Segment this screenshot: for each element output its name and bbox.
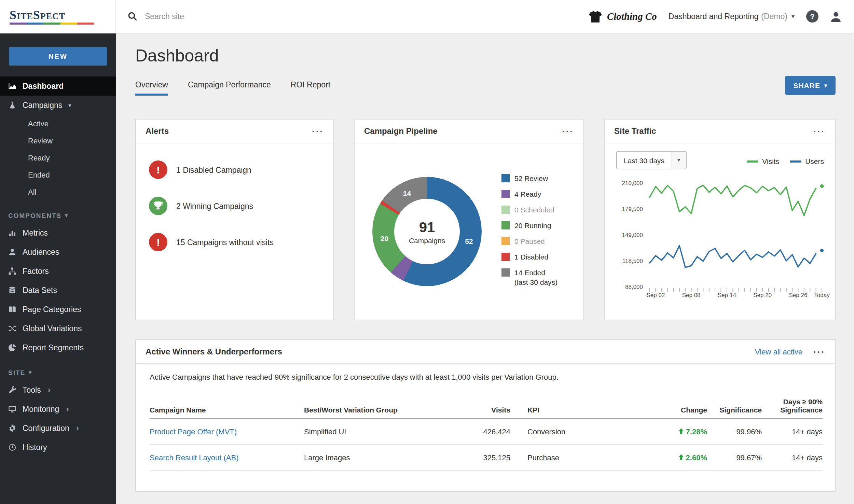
chevron-down-icon	[671, 152, 686, 169]
book-icon	[8, 305, 17, 313]
sidebar-item-active[interactable]: Active	[0, 115, 116, 132]
tab-roi-report[interactable]: ROI Report	[291, 81, 330, 96]
campaign-pipeline-card: Campaign Pipeline 91 Campaigns 522014 52…	[354, 119, 584, 320]
change-value: 7.28%	[678, 427, 707, 435]
pipeline-card-header: Campaign Pipeline	[355, 120, 583, 143]
legend-label: 14 Ended	[514, 267, 557, 278]
tab-campaign-performance[interactable]: Campaign Performance	[188, 81, 271, 96]
chevron-down-icon	[791, 13, 795, 20]
col-header-campaign-name: Campaign Name	[150, 397, 304, 418]
significance-cell: 99.96%	[707, 418, 762, 444]
brand-name: Clothing Co	[607, 11, 657, 22]
sidebar-item-label: Factors	[23, 267, 49, 275]
sidebar-item-configuration[interactable]: Configuration	[0, 419, 116, 438]
chevron-down-icon	[29, 369, 32, 376]
date-range-value: Last 30 days	[617, 152, 671, 169]
sidebar-item-global-variations[interactable]: Global Variations	[0, 319, 116, 338]
sidebar-item-monitoring[interactable]: Monitoring	[0, 400, 116, 419]
sidebar-item-report-segments[interactable]: Report Segments	[0, 338, 116, 357]
variation-group-cell: Simplified UI	[304, 418, 461, 444]
sidebar-item-label: Global Variations	[23, 324, 82, 333]
user-menu[interactable]	[830, 11, 842, 22]
legend-label: Users	[805, 157, 824, 165]
legend-swatch	[501, 206, 510, 214]
sidebar-item-label: Audiences	[23, 248, 59, 256]
donut-center: 91 Campaigns	[372, 177, 482, 286]
legend-item: 4 Ready	[501, 188, 557, 199]
sidebar-item-label: Metrics	[23, 229, 48, 237]
sidebar-item-all[interactable]: All	[0, 183, 116, 200]
campaign-link[interactable]: Search Result Layout (AB)	[150, 453, 238, 461]
sidebar-item-metrics[interactable]: Metrics	[0, 223, 116, 242]
alert-item: 15 Campaigns without visits	[149, 233, 274, 251]
card-menu-ellipsis[interactable]	[562, 126, 574, 136]
winners-header-actions: View all active	[755, 347, 825, 357]
traffic-legend: Visits Users	[746, 157, 824, 165]
history-icon	[8, 443, 17, 451]
search-icon[interactable]	[128, 12, 137, 21]
alert-text: 2 Winning Campaigns	[176, 202, 253, 210]
table-row: Product Page Offer (MVT) Simplified UI 4…	[150, 418, 823, 444]
change-cell: 2.60%	[633, 444, 707, 470]
kpi-cell: Purchase	[510, 444, 633, 470]
sidebar-item-ended[interactable]: Ended	[0, 166, 116, 183]
card-menu-ellipsis[interactable]	[813, 126, 825, 136]
components-section-header[interactable]: COMPONENTS	[0, 200, 116, 223]
col-header-days: Days ≥ 90% Significance	[762, 397, 823, 418]
view-all-active-link[interactable]: View all active	[755, 348, 802, 356]
sidebar-item-history[interactable]: History	[0, 438, 116, 457]
share-button[interactable]: SHARE	[785, 76, 836, 95]
sidebar-item-factors[interactable]: Factors	[0, 262, 116, 281]
gear-icon	[8, 424, 17, 432]
campaign-link[interactable]: Product Page Offer (MVT)	[150, 427, 237, 435]
pipeline-title: Campaign Pipeline	[364, 126, 438, 136]
visits-cell: 325,125	[461, 444, 510, 470]
dashboard-tabs: Overview Campaign Performance ROI Report	[135, 81, 330, 96]
card-menu-ellipsis[interactable]	[312, 126, 324, 136]
days-cell: 14+ days	[762, 444, 823, 470]
legend-item: 1 Disabled	[501, 251, 557, 262]
search-input[interactable]	[143, 12, 362, 21]
monitor-icon	[8, 405, 17, 413]
traffic-x-axis-labels: Sep 02Sep 08Sep 14Sep 20Sep 26Today	[647, 292, 825, 300]
alert-text: 15 Campaigns without visits	[176, 238, 274, 246]
sitespect-logo[interactable]: SiteSpect	[0, 0, 116, 33]
sidebar-item-dashboard[interactable]: Dashboard	[0, 76, 116, 96]
col-header-change: Change	[633, 397, 707, 418]
sidebar-item-campaigns[interactable]: Campaigns	[0, 96, 116, 115]
bar-chart-icon	[8, 229, 17, 237]
topbar: SiteSpect Clothing Co Dashboard and Repo…	[0, 0, 854, 33]
campaign-total-label: Campaigns	[409, 236, 445, 244]
winners-description: Active Campaigns that have reached 90% s…	[150, 373, 821, 381]
sidebar-item-ready[interactable]: Ready	[0, 149, 116, 166]
legend-item: 14 Ended (last 30 days)	[501, 267, 557, 287]
sidebar-item-page-categories[interactable]: Page Categories	[0, 300, 116, 319]
sidebar-item-label: Data Sets	[23, 286, 57, 294]
site-traffic-card: Site Traffic Last 30 days Visits Users 2…	[604, 119, 836, 320]
sidebar-item-review[interactable]: Review	[0, 132, 116, 149]
new-button[interactable]: NEW	[9, 47, 107, 66]
pipeline-legend: 52 Review 4 Ready 0 Scheduled 20 Running…	[501, 173, 557, 292]
wrench-icon	[8, 386, 17, 394]
arrow-up-icon	[678, 454, 684, 460]
sidebar-nav: Dashboard Campaigns Active Review Ready …	[0, 76, 116, 457]
tab-overview[interactable]: Overview	[135, 81, 168, 96]
date-range-select[interactable]: Last 30 days	[616, 151, 686, 169]
sidebar-item-tools[interactable]: Tools	[0, 380, 116, 400]
site-section-header[interactable]: SITE	[0, 357, 116, 380]
context-switcher[interactable]: Dashboard and Reporting (Demo)	[669, 12, 795, 20]
pipeline-donut-chart: 91 Campaigns 522014	[372, 177, 482, 286]
alert-text: 1 Disabled Campaign	[176, 166, 251, 174]
sidebar-item-data-sets[interactable]: Data Sets	[0, 281, 116, 300]
help-icon[interactable]	[806, 10, 818, 23]
campaign-name-cell: Search Result Layout (AB)	[150, 444, 304, 470]
legend-item: 20 Running	[501, 220, 557, 231]
sidebar-item-audiences[interactable]: Audiences	[0, 242, 116, 262]
page-title: Dashboard	[135, 46, 219, 66]
card-menu-ellipsis[interactable]	[813, 347, 825, 357]
alert-item: 2 Winning Campaigns	[149, 197, 253, 215]
legend-label: Visits	[762, 157, 779, 165]
legend-swatch	[501, 253, 510, 261]
col-header-variation-group: Best/Worst Variation Group	[304, 397, 461, 418]
alert-icon	[149, 233, 167, 251]
